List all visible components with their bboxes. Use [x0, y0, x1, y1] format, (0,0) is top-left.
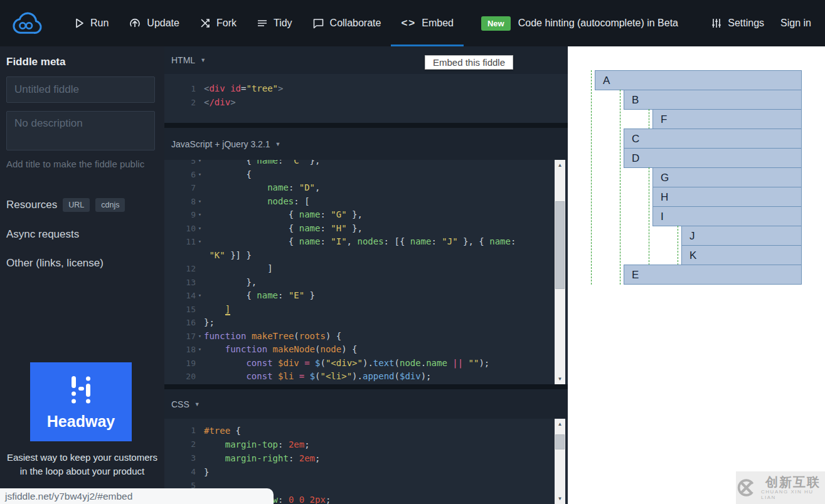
watermark-en-text: CHUANG XIN HU LIAN — [761, 489, 825, 500]
other-links-license-link[interactable]: Other (links, license) — [6, 257, 164, 270]
fold-arrow-icon[interactable]: ▾ — [196, 384, 204, 385]
run-button[interactable]: Run — [64, 0, 119, 46]
code-line: "K" }] } — [164, 249, 568, 263]
code-line: 4} — [164, 465, 568, 479]
fold-arrow-icon[interactable]: ▾ — [196, 330, 204, 344]
panel-divider[interactable] — [164, 384, 568, 389]
tree-node: H — [652, 187, 802, 207]
cloud-upload-icon — [129, 17, 141, 29]
tree-item: C — [620, 129, 802, 149]
tree-item: IJK — [649, 206, 802, 265]
async-requests-link[interactable]: Async requests — [6, 228, 164, 241]
tree-node: A — [595, 70, 802, 90]
new-badge: New — [481, 16, 511, 31]
js-editor[interactable]: 5▾ { name: "C" },6▾ {7 name: "D",8▾ node… — [164, 160, 568, 384]
code-brackets-icon: <> — [401, 17, 416, 29]
tree-item: J — [678, 226, 802, 246]
panel-divider[interactable] — [164, 123, 568, 128]
watermark-cn-text: 创新互联 — [765, 475, 821, 489]
fold-arrow-icon[interactable]: ▾ — [196, 289, 204, 303]
code-line: 18▾ function makeNode(node) { — [164, 343, 568, 357]
update-button[interactable]: Update — [119, 0, 189, 46]
tree-item: H — [649, 187, 802, 207]
html-editor[interactable]: 1<div id="tree">2</div> — [164, 74, 568, 123]
js-panel-label: JavaScript + jQuery 3.2.1 — [171, 139, 270, 149]
fiddle-title-input[interactable] — [6, 76, 155, 103]
tree-item: BF — [620, 90, 802, 129]
ad-tagline-line2: in the loop about your product — [0, 465, 164, 478]
code-line: 20 const $li = $("<li>").append($div); — [164, 370, 568, 384]
fold-arrow-icon[interactable]: ▾ — [196, 343, 204, 357]
scroll-down-arrow-icon[interactable]: ▼ — [555, 374, 565, 384]
fiddle-description-input[interactable] — [6, 111, 155, 150]
tree-item: E — [620, 265, 802, 285]
code-line: 17▾function makeTree(roots) { — [164, 330, 568, 344]
css-scrollbar-thumb[interactable] — [555, 434, 565, 449]
play-icon — [74, 18, 85, 29]
watermark-logo-icon — [736, 476, 757, 499]
tree-node: J — [681, 226, 802, 246]
navbar-right: Settings Sign in — [703, 0, 811, 46]
sidebar: Fiddle meta Add title to make the fiddle… — [0, 46, 164, 504]
fold-arrow-icon[interactable]: ▾ — [196, 235, 204, 249]
tree-node: F — [652, 109, 802, 129]
ad-tagline-line1: Easiest way to keep your customers — [0, 451, 164, 465]
fold-arrow-icon[interactable]: ▾ — [196, 208, 204, 222]
fold-arrow-icon[interactable]: ▾ — [196, 160, 204, 168]
fork-icon — [200, 18, 211, 29]
resources-label[interactable]: Resources — [6, 199, 57, 211]
chevron-down-icon: ▼ — [194, 401, 200, 407]
tree-node: I — [652, 206, 802, 226]
tree-item: ABFCDGHIJKE — [592, 70, 802, 285]
jsfiddle-logo[interactable] — [8, 8, 44, 39]
sliders-icon — [711, 18, 722, 29]
tidy-lines-icon — [257, 18, 268, 28]
tidy-label: Tidy — [274, 18, 292, 29]
ad-tagline: Easiest way to keep your customers in th… — [0, 451, 164, 478]
js-panel-header[interactable]: JavaScript + jQuery 3.2.1 ▼ — [164, 128, 568, 160]
scroll-down-arrow-icon[interactable]: ▼ — [555, 493, 565, 504]
signin-button[interactable]: Sign in — [780, 18, 811, 29]
headway-ad[interactable]: Headway — [30, 362, 132, 441]
tree-node: D — [624, 148, 802, 168]
fold-arrow-icon[interactable]: ▾ — [196, 195, 204, 209]
resources-cdnjs-badge[interactable]: cdnjs — [95, 198, 125, 212]
settings-button[interactable]: Settings — [703, 0, 772, 46]
code-line: 1#tree { — [164, 424, 568, 438]
tidy-button[interactable]: Tidy — [247, 0, 302, 46]
scroll-up-arrow-icon[interactable]: ▲ — [555, 419, 565, 429]
code-line: 13 }, — [164, 276, 568, 290]
settings-label: Settings — [728, 18, 764, 29]
tree-node: C — [624, 129, 802, 149]
scroll-up-arrow-icon[interactable]: ▲ — [555, 160, 565, 171]
code-line: 16}; — [164, 316, 568, 330]
tree-visualization: ABFCDGHIJKE — [591, 71, 802, 285]
fold-arrow-icon[interactable]: ▾ — [196, 222, 204, 236]
js-editor-scrollbar[interactable]: ▲ ▼ — [555, 160, 565, 384]
tree-item: G — [649, 167, 802, 187]
fold-arrow-icon[interactable]: ▾ — [196, 168, 204, 182]
js-scrollbar-thumb[interactable] — [555, 201, 565, 289]
collaborate-button[interactable]: Collaborate — [302, 0, 391, 46]
speech-bubble-icon — [312, 18, 324, 29]
code-line: 1<div id="tree"> — [164, 82, 568, 96]
beta-message: Code hinting (autocomplete) in Beta — [518, 18, 678, 29]
code-line: 2 margin-top: 2em; — [164, 438, 568, 451]
tree-node: B — [624, 90, 802, 110]
css-editor-scrollbar[interactable]: ▲ ▼ — [555, 419, 565, 504]
headway-brand: Headway — [47, 412, 115, 431]
embed-tooltip: Embed this fiddle — [425, 55, 513, 70]
code-line: 10▾ { name: "H" }, — [164, 222, 568, 236]
fork-button[interactable]: Fork — [189, 0, 247, 46]
resources-row: Resources URL cdnjs — [6, 198, 164, 212]
code-line: 15 ] — [164, 303, 568, 317]
code-line: 8▾ nodes: [ — [164, 195, 568, 209]
embed-button[interactable]: <> Embed — [391, 0, 464, 46]
html-panel-label: HTML — [171, 55, 195, 65]
embed-label: Embed — [422, 18, 454, 29]
status-url-bar: jsfiddle.net/y7bw4yj2/#embed — [0, 488, 274, 504]
css-panel-header[interactable]: CSS ▼ — [164, 389, 568, 419]
tree-item: F — [649, 109, 802, 129]
code-line: 11▾ { name: "I", nodes: [{ name: "J" }, … — [164, 235, 568, 249]
resources-url-badge[interactable]: URL — [63, 198, 90, 212]
